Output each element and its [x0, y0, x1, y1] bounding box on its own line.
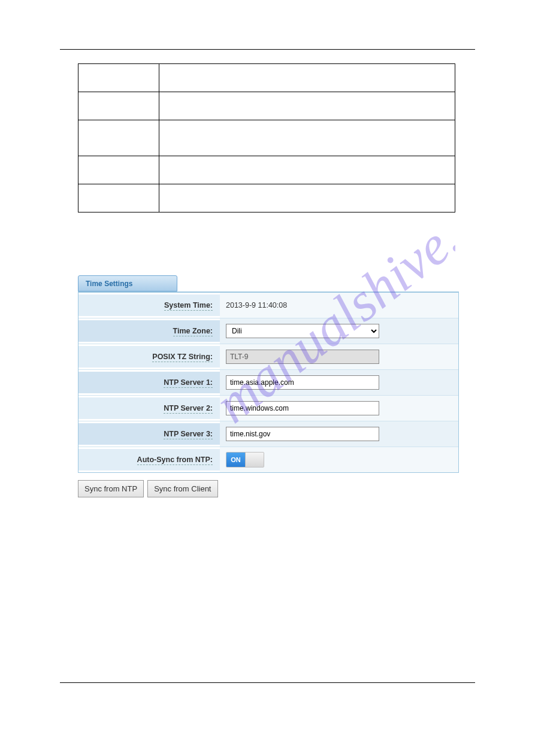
- table-row: [78, 92, 455, 120]
- row-ntp2: NTP Server 2:: [78, 396, 458, 421]
- table-row: [78, 184, 455, 212]
- row-system-time: System Time: 2013-9-9 11:40:08: [78, 293, 458, 318]
- autosync-toggle[interactable]: ON: [226, 452, 264, 467]
- value-system-time: 2013-9-9 11:40:08: [220, 293, 458, 318]
- label-system-time: System Time:: [78, 294, 220, 316]
- value-autosync: ON: [220, 447, 458, 472]
- row-ntp3: NTP Server 3:: [78, 421, 458, 447]
- label-posix-tz: POSIX TZ String:: [78, 346, 220, 368]
- table-row: [78, 156, 455, 184]
- label-ntp2: NTP Server 2:: [78, 397, 220, 419]
- ntp-server-2-input[interactable]: [226, 401, 379, 415]
- time-zone-select[interactable]: Dili: [226, 324, 379, 338]
- page-rule-top: [60, 49, 475, 50]
- row-posix-tz: POSIX TZ String:: [78, 344, 458, 370]
- table-row: [78, 120, 455, 156]
- row-autosync: Auto-Sync from NTP: ON: [78, 447, 458, 472]
- value-posix-tz: [220, 344, 458, 369]
- label-ntp1: NTP Server 1:: [78, 372, 220, 393]
- ntp-server-1-input[interactable]: [226, 375, 379, 390]
- tab-time-settings[interactable]: Time Settings: [78, 275, 177, 292]
- settings-form: System Time: 2013-9-9 11:40:08 Time Zone…: [78, 292, 459, 473]
- row-ntp1: NTP Server 1:: [78, 370, 458, 396]
- sync-from-ntp-button[interactable]: Sync from NTP: [78, 480, 144, 497]
- label-ntp3: NTP Server 3:: [78, 423, 220, 445]
- label-time-zone: Time Zone:: [78, 320, 220, 342]
- value-ntp3: [220, 421, 458, 447]
- value-ntp1: [220, 370, 458, 395]
- page-rule-bottom: [60, 682, 475, 683]
- value-time-zone: Dili: [220, 318, 458, 344]
- ntp-server-3-input[interactable]: [226, 427, 379, 441]
- row-time-zone: Time Zone: Dili: [78, 318, 458, 344]
- table-row: [78, 64, 455, 92]
- posix-tz-input: [226, 350, 379, 364]
- toggle-on-label: ON: [226, 453, 245, 467]
- tab-label: Time Settings: [86, 280, 132, 288]
- time-settings-panel: Time Settings System Time: 2013-9-9 11:4…: [78, 275, 459, 497]
- sync-from-client-button[interactable]: Sync from Client: [147, 480, 217, 497]
- toggle-knob: [245, 453, 264, 467]
- system-time-text: 2013-9-9 11:40:08: [226, 301, 287, 309]
- button-row: Sync from NTP Sync from Client: [78, 480, 459, 497]
- value-ntp2: [220, 396, 458, 421]
- blank-table: [78, 63, 455, 212]
- label-autosync: Auto-Sync from NTP:: [78, 449, 220, 470]
